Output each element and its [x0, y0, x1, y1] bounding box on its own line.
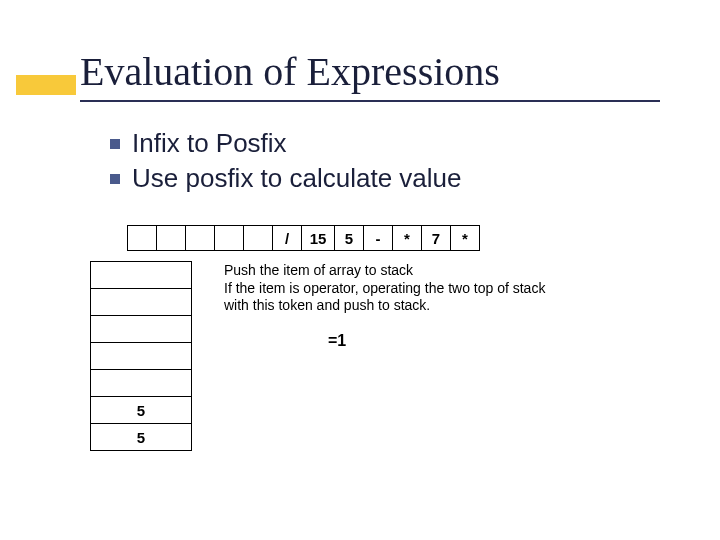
tape-cell — [156, 225, 186, 251]
tape-cell: - — [363, 225, 393, 251]
tape-cell: 15 — [301, 225, 335, 251]
stack-cell — [90, 288, 192, 316]
explanation-text: Push the item of array to stack If the i… — [224, 262, 664, 315]
bullet-text: Infix to Posfix — [132, 128, 287, 159]
tape-cell — [214, 225, 244, 251]
stack-cell — [90, 342, 192, 370]
explanation-line: with this token and push to stack. — [224, 297, 664, 315]
expression-tape: / 15 5 - * 7 * — [128, 225, 480, 251]
bullet-item: Use posfix to calculate value — [110, 163, 462, 194]
tape-cell — [185, 225, 215, 251]
tape-cell: * — [450, 225, 480, 251]
tape-cell — [243, 225, 273, 251]
explanation-line: If the item is operator, operating the t… — [224, 280, 664, 298]
stack-cell — [90, 261, 192, 289]
title-underline — [80, 100, 660, 102]
bullet-item: Infix to Posfix — [110, 128, 462, 159]
square-bullet-icon — [110, 174, 120, 184]
bullet-list: Infix to Posfix Use posfix to calculate … — [110, 128, 462, 198]
stack-cell — [90, 315, 192, 343]
result-value: =1 — [328, 332, 346, 350]
stack-cell: 5 — [90, 423, 192, 451]
tape-cell: 5 — [334, 225, 364, 251]
tape-cell — [127, 225, 157, 251]
explanation-line: Push the item of array to stack — [224, 262, 664, 280]
tape-cell: * — [392, 225, 422, 251]
tape-cell: 7 — [421, 225, 451, 251]
slide-title: Evaluation of Expressions — [80, 48, 500, 95]
tape-cell: / — [272, 225, 302, 251]
stack-cell — [90, 369, 192, 397]
stack-cell: 5 — [90, 396, 192, 424]
title-accent-bar — [16, 75, 76, 95]
stack-column: 5 5 — [90, 262, 192, 451]
square-bullet-icon — [110, 139, 120, 149]
bullet-text: Use posfix to calculate value — [132, 163, 462, 194]
